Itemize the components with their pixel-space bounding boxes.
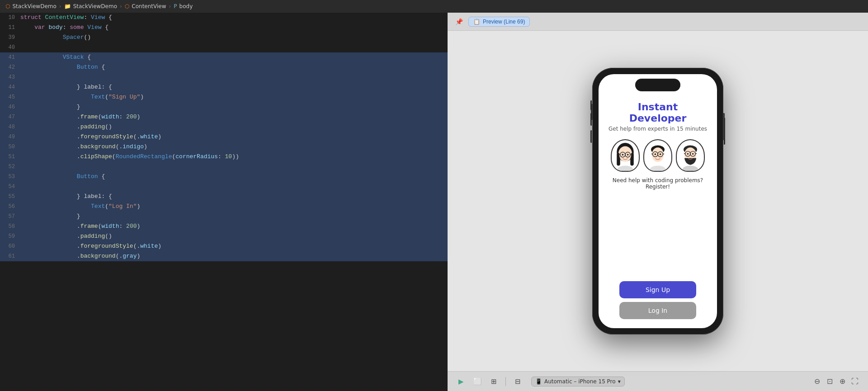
- line-content: Button {: [20, 62, 448, 72]
- code-line: 61 .background(.gray): [0, 251, 448, 261]
- line-number: 10: [0, 13, 20, 23]
- login-button[interactable]: Log In: [619, 302, 696, 319]
- code-line: 42 Button {: [0, 62, 448, 72]
- svg-line-18: [651, 154, 653, 154]
- code-line: 39 Spacer(): [0, 33, 448, 42]
- line-number: 43: [0, 72, 20, 82]
- breadcrumb-sep-1: ›: [59, 3, 61, 9]
- line-number: 55: [0, 192, 20, 202]
- person-icon: P: [174, 3, 177, 9]
- swift-icon-1: ⬡: [5, 3, 10, 9]
- breadcrumb-item-4[interactable]: P body: [174, 3, 193, 9]
- line-content: .frame(width: 200): [20, 221, 448, 231]
- grid-button[interactable]: ⊞: [487, 375, 500, 388]
- code-line: 51 .clipShape(RoundedRectangle(cornerRad…: [0, 152, 448, 162]
- dynamic-island: [635, 79, 680, 91]
- mute-button: [590, 100, 592, 110]
- power-button: [724, 118, 725, 145]
- preview-line-label: Preview (Line 69): [483, 19, 525, 25]
- svg-point-20: [655, 153, 656, 155]
- code-line: 10struct ContentView: View {: [0, 13, 448, 23]
- zoom-fit-button[interactable]: ⊡: [824, 376, 835, 387]
- breadcrumb-sep-3: ›: [169, 3, 171, 9]
- line-content: .padding(): [20, 231, 448, 241]
- line-number: 41: [0, 52, 20, 62]
- app-subtitle: Get help from experts in 15 minutes: [609, 126, 707, 132]
- code-line: 41 VStack {: [0, 52, 448, 62]
- line-content: .padding(): [20, 122, 448, 132]
- preview-line-button[interactable]: 📋 Preview (Line 69): [468, 17, 530, 27]
- line-number: 40: [0, 42, 20, 52]
- volume-up-button: [590, 113, 592, 126]
- signup-button[interactable]: Sign Up: [619, 281, 696, 298]
- line-content: }: [20, 102, 448, 112]
- device-selector[interactable]: 📱 Automatic – iPhone 15 Pro ▾: [531, 377, 625, 386]
- svg-line-28: [684, 153, 685, 154]
- svg-point-22: [650, 165, 665, 171]
- line-number: 11: [0, 23, 20, 33]
- avatar-1: [611, 139, 640, 172]
- line-content: .clipShape(RoundedRectangle(cornerRadius…: [20, 152, 448, 162]
- svg-line-9: [630, 154, 632, 155]
- code-line: 48 .padding(): [0, 122, 448, 132]
- breadcrumb-label-4: body: [179, 3, 193, 9]
- preview-icon: 📋: [473, 19, 480, 25]
- line-content: Text("Sign Up"): [20, 92, 448, 102]
- zoom-out-button[interactable]: ⊖: [811, 376, 823, 387]
- code-line: 56 Text("Log In"): [0, 202, 448, 212]
- line-number: 42: [0, 62, 20, 72]
- breadcrumb-sep-2: ›: [120, 3, 122, 9]
- avatars-row: [611, 139, 705, 172]
- svg-point-10: [622, 154, 624, 155]
- breadcrumb-item-3[interactable]: ⬡ ContentView: [125, 3, 166, 9]
- code-content[interactable]: 10struct ContentView: View {11 var body:…: [0, 13, 448, 391]
- code-line: 43: [0, 72, 448, 82]
- line-content: .foregroundStyle(.white): [20, 132, 448, 142]
- app-content: Instant Developer Get help from experts …: [599, 74, 717, 328]
- breadcrumb-label-2: StackViewDemo: [73, 3, 117, 9]
- signup-label: Sign Up: [646, 286, 670, 293]
- pin-button[interactable]: 📌: [453, 16, 465, 28]
- line-number: 53: [0, 172, 20, 182]
- preview-area: Instant Developer Get help from experts …: [448, 31, 868, 371]
- code-line: 55 } label: {: [0, 192, 448, 202]
- line-number: 46: [0, 102, 20, 112]
- zoom-in-button[interactable]: ⊕: [836, 376, 848, 387]
- line-content: .frame(width: 200): [20, 112, 448, 122]
- breadcrumb-item-2[interactable]: 📁 StackViewDemo: [64, 3, 117, 9]
- code-line: 11 var body: some View {: [0, 23, 448, 33]
- code-line: 58 .frame(width: 200): [0, 221, 448, 231]
- line-number: 47: [0, 112, 20, 122]
- line-content: Spacer(): [20, 33, 448, 42]
- line-number: 52: [0, 162, 20, 172]
- line-number: 59: [0, 231, 20, 241]
- line-content: Button {: [20, 172, 448, 182]
- breadcrumb-bar: ⬡ StackViewDemo › 📁 StackViewDemo › ⬡ Co…: [0, 0, 868, 13]
- play-button[interactable]: ▶: [455, 375, 467, 388]
- line-number: 45: [0, 92, 20, 102]
- line-number: 61: [0, 251, 20, 261]
- svg-point-21: [660, 153, 661, 155]
- inspect-button[interactable]: ⬜: [471, 375, 484, 388]
- settings-button[interactable]: ⊟: [511, 375, 524, 388]
- code-line: 46 }: [0, 102, 448, 112]
- line-number: 48: [0, 122, 20, 132]
- device-label: Automatic – iPhone 15 Pro: [544, 378, 616, 385]
- line-number: 58: [0, 221, 20, 231]
- code-line: 47 .frame(width: 200): [0, 112, 448, 122]
- code-line: 54: [0, 182, 448, 192]
- svg-point-30: [687, 153, 689, 155]
- breadcrumb-item-1[interactable]: ⬡ StackViewDemo: [5, 3, 57, 9]
- line-number: 50: [0, 142, 20, 152]
- line-number: 56: [0, 202, 20, 212]
- line-content: var body: some View {: [20, 23, 448, 33]
- zoom-full-button[interactable]: ⛶: [849, 376, 861, 387]
- svg-line-19: [663, 154, 664, 154]
- line-content: .background(.indigo): [20, 142, 448, 152]
- line-content: } label: {: [20, 192, 448, 202]
- line-number: 57: [0, 212, 20, 221]
- volume-down-button: [590, 130, 592, 143]
- breadcrumb-label-1: StackViewDemo: [12, 3, 56, 9]
- code-line: 59 .padding(): [0, 231, 448, 241]
- breadcrumb-label-3: ContentView: [132, 3, 166, 9]
